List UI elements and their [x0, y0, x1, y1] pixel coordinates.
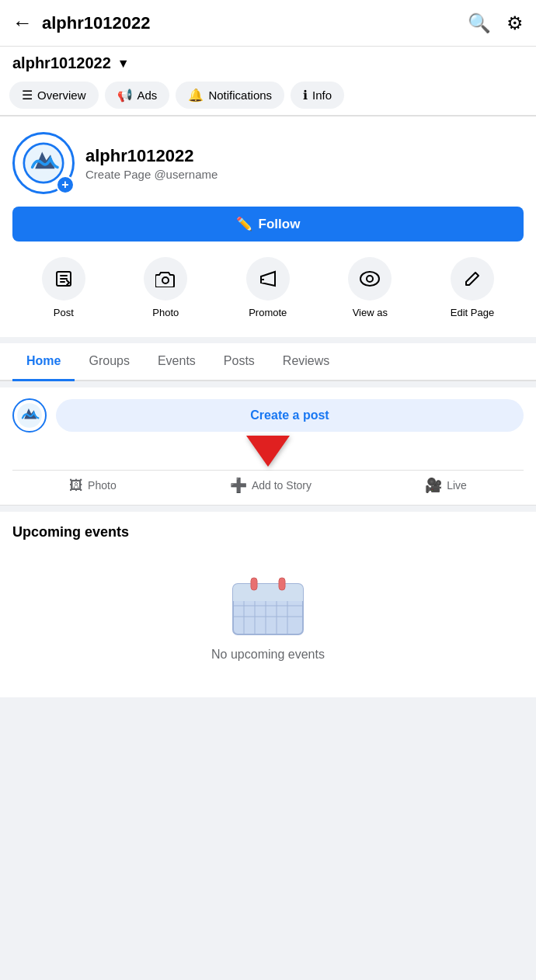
- viewas-label: View as: [353, 307, 388, 318]
- profile-info: alphr1012022 Create Page @username: [85, 146, 218, 181]
- tab-pill-notifications[interactable]: 🔔 Notifications: [176, 82, 284, 109]
- settings-icon[interactable]: ⚙: [506, 12, 524, 34]
- nav-groups[interactable]: Groups: [75, 343, 143, 381]
- tab-bar: ☰ Overview 📢 Ads 🔔 Notifications ℹ Info: [0, 75, 536, 116]
- post-action-button[interactable]: Post: [42, 257, 85, 318]
- back-button[interactable]: ←: [12, 11, 33, 35]
- nav-posts[interactable]: Posts: [210, 343, 269, 381]
- svg-point-2: [162, 277, 169, 283]
- post-label: Post: [54, 307, 74, 318]
- post-actions-row: 🖼 Photo ➕ Add to Story 🎥 Live: [12, 470, 524, 494]
- story-post-action[interactable]: ➕ Add to Story: [230, 477, 312, 494]
- tab-pill-overview-label: Overview: [37, 89, 86, 102]
- photo-post-label: Photo: [88, 479, 117, 492]
- profile-section: + alphr1012022 Create Page @username ✏️ …: [0, 116, 536, 343]
- photo-post-icon: 🖼: [69, 478, 83, 494]
- top-bar-title: alphr1012022: [42, 13, 468, 33]
- promote-icon: [246, 257, 290, 301]
- svg-rect-17: [279, 578, 285, 590]
- post-create-row: Create a post: [12, 398, 524, 433]
- follow-label: Follow: [259, 217, 301, 232]
- follow-icon: ✏️: [236, 216, 252, 232]
- post-input-box[interactable]: Create a post: [56, 399, 524, 432]
- promote-label: Promote: [249, 307, 287, 318]
- arrow-indicator: [12, 436, 524, 467]
- tab-pill-overview[interactable]: ☰ Overview: [9, 82, 99, 109]
- camera-icon: [144, 257, 187, 301]
- editpage-icon: [451, 257, 494, 301]
- profile-header: + alphr1012022 Create Page @username: [12, 132, 524, 194]
- photo-post-action[interactable]: 🖼 Photo: [69, 477, 117, 494]
- calendar-icon: [229, 568, 307, 638]
- viewas-action-button[interactable]: View as: [348, 257, 392, 318]
- search-icon[interactable]: 🔍: [468, 12, 491, 34]
- live-post-icon: 🎥: [425, 477, 442, 494]
- add-photo-button[interactable]: +: [56, 175, 75, 194]
- create-post-label: Create a post: [70, 408, 510, 422]
- post-create-section: Create a post 🖼 Photo ➕ Add to Story 🎥 L…: [0, 387, 536, 506]
- promote-action-button[interactable]: Promote: [246, 257, 290, 318]
- post-avatar-logo: [16, 402, 43, 429]
- ads-icon: 📢: [117, 88, 133, 103]
- tab-pill-notifications-label: Notifications: [208, 89, 272, 102]
- profile-username: Create Page @username: [85, 168, 218, 181]
- overview-icon: ☰: [22, 88, 33, 103]
- top-bar: ← alphr1012022 🔍 ⚙: [0, 0, 536, 47]
- story-post-label: Add to Story: [252, 479, 312, 492]
- avatar-wrapper: +: [12, 132, 75, 194]
- nav-reviews[interactable]: Reviews: [269, 343, 343, 381]
- svg-rect-8: [233, 593, 303, 601]
- eye-icon: [348, 257, 392, 301]
- chevron-down-icon[interactable]: ▼: [117, 57, 130, 71]
- nav-events[interactable]: Events: [144, 343, 210, 381]
- svg-point-3: [360, 272, 379, 286]
- notifications-icon: 🔔: [188, 88, 204, 103]
- story-post-icon: ➕: [230, 477, 247, 494]
- tab-pill-info[interactable]: ℹ Info: [291, 82, 344, 109]
- info-icon: ℹ: [303, 88, 308, 103]
- tab-pill-ads[interactable]: 📢 Ads: [105, 82, 170, 109]
- nav-home[interactable]: Home: [12, 343, 75, 381]
- events-title: Upcoming events: [12, 524, 524, 540]
- svg-rect-16: [251, 578, 257, 590]
- editpage-label: Edit Page: [451, 307, 494, 318]
- events-section: Upcoming events No upcoming events: [0, 512, 536, 697]
- live-post-label: Live: [447, 479, 467, 492]
- follow-button[interactable]: ✏️ Follow: [12, 207, 524, 242]
- top-bar-icons: 🔍 ⚙: [468, 12, 524, 34]
- photo-action-button[interactable]: Photo: [144, 257, 187, 318]
- tab-pill-ads-label: Ads: [137, 89, 158, 102]
- red-arrow-icon: [246, 436, 290, 467]
- post-icon: [42, 257, 85, 301]
- page-nav: Home Groups Events Posts Reviews: [0, 343, 536, 381]
- tab-pill-info-label: Info: [312, 89, 332, 102]
- profile-name: alphr1012022: [85, 146, 218, 166]
- editpage-action-button[interactable]: Edit Page: [451, 257, 494, 318]
- no-events-container: No upcoming events: [12, 553, 524, 685]
- page-name-row: alphr1012022 ▼: [0, 47, 536, 75]
- no-events-text: No upcoming events: [211, 648, 325, 662]
- photo-label: Photo: [152, 307, 179, 318]
- svg-point-4: [367, 276, 373, 282]
- page-name: alphr1012022: [12, 54, 111, 72]
- live-post-action[interactable]: 🎥 Live: [425, 477, 467, 494]
- post-avatar: [12, 398, 47, 433]
- action-buttons: Post Photo Promote View as Edit Page: [12, 257, 524, 318]
